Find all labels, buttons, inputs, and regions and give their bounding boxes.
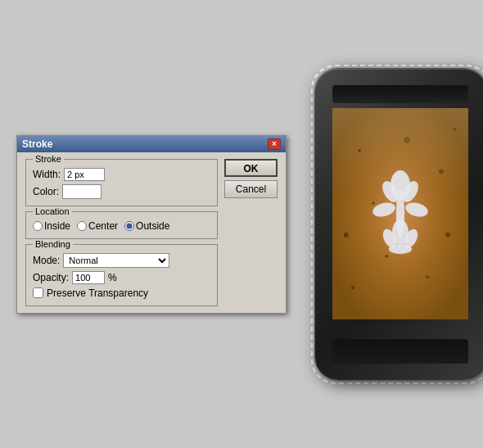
close-button[interactable]: ×: [268, 138, 281, 150]
stroke-dialog: Stroke × Stroke Width: Color: Location: [16, 135, 287, 314]
ok-button[interactable]: OK: [224, 159, 278, 177]
color-swatch[interactable]: [62, 184, 102, 199]
stroke-group-label: Stroke: [33, 154, 64, 164]
phone-mockup: [311, 65, 483, 384]
width-row: Width:: [33, 168, 210, 181]
stroke-group: Stroke Width: Color:: [25, 159, 218, 206]
svg-point-5: [404, 200, 429, 219]
phone-ornament: [368, 169, 433, 259]
preserve-row: Preserve Transparency: [33, 287, 210, 299]
width-input[interactable]: [64, 168, 105, 181]
preserve-checkbox[interactable]: [33, 287, 43, 298]
dialog-right-panel: OK Cancel: [224, 159, 278, 306]
dialog-titlebar: Stroke ×: [17, 136, 286, 152]
preserve-label: Preserve Transparency: [47, 287, 148, 299]
blending-group: Blending Mode: Normal Opacity: % Preserv…: [25, 244, 218, 306]
radio-outside[interactable]: Outside: [124, 220, 169, 232]
color-label: Color:: [33, 186, 59, 197]
outside-label: Outside: [136, 220, 169, 232]
dialog-body: Stroke Width: Color: Location Inside: [17, 152, 286, 313]
mode-select[interactable]: Normal: [63, 253, 169, 268]
opacity-input[interactable]: [72, 271, 105, 284]
phone-screen-art: [332, 108, 468, 319]
outside-radio[interactable]: [124, 221, 134, 231]
phone-bottom-bar: [332, 339, 468, 364]
width-label: Width:: [33, 169, 61, 180]
opacity-label: Opacity:: [33, 272, 69, 283]
svg-point-9: [389, 244, 412, 254]
inside-radio[interactable]: [33, 221, 43, 231]
radio-inside[interactable]: Inside: [33, 220, 70, 232]
cancel-button[interactable]: Cancel: [224, 180, 278, 198]
inside-label: Inside: [44, 220, 70, 232]
phone-body: [315, 69, 483, 380]
ornament-svg: [368, 169, 433, 259]
color-row: Color:: [33, 184, 210, 199]
radio-center[interactable]: Center: [77, 220, 118, 232]
blending-group-label: Blending: [33, 239, 73, 249]
opacity-row: Opacity: %: [33, 271, 210, 284]
mode-row: Mode: Normal: [33, 253, 210, 268]
center-radio[interactable]: [77, 221, 87, 231]
phone-top-bar: [332, 85, 468, 103]
dialog-left-panel: Stroke Width: Color: Location Inside: [25, 159, 218, 306]
location-radio-row: Inside Center Outside: [33, 220, 210, 232]
svg-point-4: [371, 200, 396, 219]
location-group-label: Location: [33, 206, 72, 216]
phone-screen: [332, 108, 468, 319]
center-label: Center: [88, 220, 118, 232]
dialog-title: Stroke: [22, 138, 52, 150]
location-group: Location Inside Center Outside: [25, 211, 218, 239]
mode-label: Mode:: [33, 255, 60, 266]
opacity-unit: %: [108, 272, 117, 283]
